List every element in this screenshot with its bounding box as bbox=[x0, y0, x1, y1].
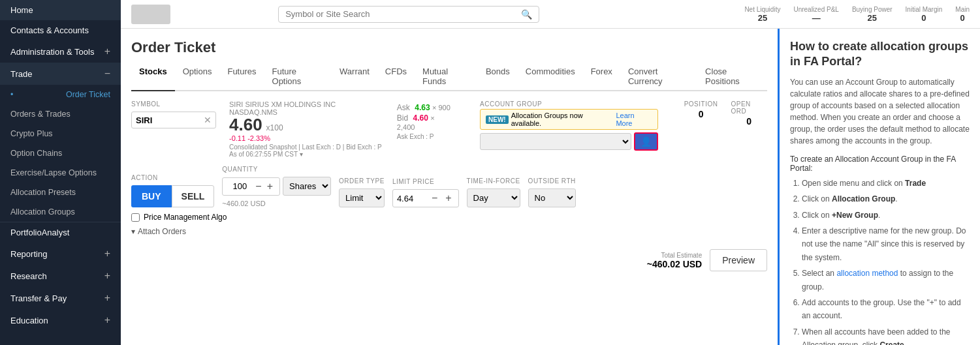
open-orders-item: Open Ord 0 bbox=[731, 100, 767, 127]
sidebar-item-label: Education bbox=[10, 316, 48, 325]
sidebar-item-portfolio-analyst[interactable]: PortfolioAnalyst bbox=[0, 222, 121, 243]
tab-forex[interactable]: Forex bbox=[583, 63, 620, 91]
order-tabs: Stocks Options Futures Future Options Wa… bbox=[131, 63, 767, 91]
preview-button[interactable]: Preview bbox=[710, 249, 767, 271]
tab-stocks[interactable]: Stocks bbox=[131, 63, 175, 91]
search-input[interactable] bbox=[285, 9, 521, 19]
sidebar-item-crypto-plus[interactable]: Crypto Plus bbox=[0, 124, 121, 143]
limit-price-decrease-button[interactable]: − bbox=[429, 192, 440, 204]
action-buttons: BUY SELL bbox=[131, 185, 214, 207]
sidebar-item-order-ticket[interactable]: Order Ticket bbox=[0, 85, 121, 104]
bid-row: Bid 4.60 × 2,400 bbox=[397, 113, 454, 132]
sidebar-item-trade[interactable]: Trade − bbox=[0, 63, 121, 85]
current-price: 4.60 bbox=[229, 116, 262, 133]
help-step-item: Click on +New Group. bbox=[802, 209, 970, 222]
tab-mutual-funds[interactable]: Mutual Funds bbox=[415, 63, 478, 91]
help-step-item: Add accounts to the group. Use the "+" t… bbox=[802, 296, 970, 323]
sidebar-item-admin[interactable]: Administration & Tools + bbox=[0, 40, 121, 63]
help-title: How to create allocation groups in FA Po… bbox=[790, 39, 970, 70]
tab-bonds[interactable]: Bonds bbox=[478, 63, 518, 91]
sidebar-item-research[interactable]: Research + bbox=[0, 265, 121, 287]
account-group-icon-button[interactable]: 👤 bbox=[634, 132, 658, 151]
position-item: Position 0 bbox=[684, 100, 718, 127]
price-details: Consolidated Snapshot | Last Exch : D | … bbox=[229, 143, 384, 158]
metric-initial-margin: Initial Margin 0 bbox=[906, 6, 943, 23]
symbol-row: SYMBOL ✕ SIRI SIRIUS XM HOLDINGS INC NAS… bbox=[131, 100, 767, 158]
account-group-banner: NEW! Allocation Groups now available. Le… bbox=[480, 109, 658, 130]
outside-rth-select[interactable]: No bbox=[528, 188, 576, 207]
tab-future-options[interactable]: Future Options bbox=[264, 63, 332, 91]
plus-icon: + bbox=[104, 46, 110, 57]
sidebar-item-reporting[interactable]: Reporting + bbox=[0, 243, 121, 265]
sidebar-item-exercise-lapse[interactable]: Exercise/Lapse Options bbox=[0, 163, 121, 183]
symbol-label: SYMBOL bbox=[131, 100, 216, 108]
sidebar-item-home[interactable]: Home bbox=[0, 0, 121, 20]
sidebar-item-education[interactable]: Education + bbox=[0, 309, 121, 331]
sidebar-item-label: Contacts & Accounts bbox=[10, 25, 89, 35]
tab-futures[interactable]: Futures bbox=[219, 63, 264, 91]
tif-select[interactable]: Day bbox=[467, 188, 520, 207]
symbol-full-name: SIRI SIRIUS XM HOLDINGS INC NASDAQ.NMS bbox=[229, 100, 384, 116]
clear-symbol-button[interactable]: ✕ bbox=[204, 115, 212, 125]
buy-button[interactable]: BUY bbox=[131, 185, 172, 207]
help-steps-list: Open side menu and click on TradeClick o… bbox=[790, 177, 970, 345]
tab-options[interactable]: Options bbox=[175, 63, 220, 91]
metric-net-liquidity: Net Liquidity 25 bbox=[744, 6, 780, 23]
sidebar-item-label: Transfer & Pay bbox=[10, 293, 67, 303]
total-estimate: Total Estimate ~460.02 USD bbox=[647, 252, 702, 269]
quantity-increase-button[interactable]: + bbox=[264, 181, 276, 192]
action-column: ACTION BUY SELL bbox=[131, 174, 214, 207]
bid-value: 4.60 bbox=[413, 113, 428, 123]
sell-button[interactable]: SELL bbox=[172, 185, 215, 207]
limit-price-label: LIMIT PRICE bbox=[392, 178, 459, 185]
pm-algo-label: Price Management Algo bbox=[144, 213, 227, 222]
order-type-column: ORDER TYPE Limit bbox=[339, 177, 385, 207]
order-type-select[interactable]: Limit bbox=[339, 188, 385, 207]
symbol-input[interactable] bbox=[136, 115, 204, 125]
metric-buying-power: Buying Power 25 bbox=[852, 6, 893, 23]
quantity-decrease-button[interactable]: − bbox=[253, 181, 264, 192]
account-group-select[interactable] bbox=[480, 133, 631, 150]
sidebar-item-allocation-groups[interactable]: Allocation Groups bbox=[0, 202, 121, 222]
tif-column: TIME-IN-FORCE Day bbox=[467, 177, 520, 207]
learn-more-link[interactable]: Learn More bbox=[616, 112, 652, 127]
help-step-item: Click on Allocation Group. bbox=[802, 192, 970, 205]
order-type-label: ORDER TYPE bbox=[339, 177, 385, 185]
sidebar-item-contacts[interactable]: Contacts & Accounts bbox=[0, 20, 121, 40]
order-footer: Total Estimate ~460.02 USD Preview bbox=[131, 244, 767, 271]
metrics-bar: Net Liquidity 25 Unrealized P&L — Buying… bbox=[744, 6, 970, 23]
main-area: 🔍 Net Liquidity 25 Unrealized P&L — Buyi… bbox=[121, 0, 980, 345]
limit-price-value: 4.64 bbox=[397, 194, 426, 203]
plus-icon: + bbox=[104, 270, 110, 282]
quantity-value: 100 bbox=[227, 181, 253, 191]
account-group-column: ACCOUNT GROUP NEW! Allocation Groups now… bbox=[480, 100, 658, 151]
sidebar-item-option-chains[interactable]: Option Chains bbox=[0, 143, 121, 163]
sidebar-item-label: Option Chains bbox=[10, 149, 62, 158]
limit-price-increase-button[interactable]: + bbox=[443, 192, 454, 204]
help-step-item: When all accounts have been added to the… bbox=[802, 325, 970, 345]
help-steps: To create an Allocation Account Group in… bbox=[790, 155, 970, 345]
tab-close-positions[interactable]: Close Positions bbox=[697, 63, 767, 91]
sidebar-item-label: Orders & Trades bbox=[10, 110, 71, 119]
attach-orders-button[interactable]: ▾ Attach Orders bbox=[131, 227, 767, 236]
topbar: 🔍 Net Liquidity 25 Unrealized P&L — Buyi… bbox=[121, 0, 980, 29]
sidebar-item-label: Allocation Groups bbox=[10, 207, 75, 217]
shares-select[interactable]: Shares bbox=[283, 177, 331, 196]
sidebar-item-transfer-pay[interactable]: Transfer & Pay + bbox=[0, 287, 121, 309]
help-step-item: Open side menu and click on Trade bbox=[802, 177, 970, 190]
plus-icon: + bbox=[104, 292, 110, 304]
tab-cfds[interactable]: CFDs bbox=[377, 63, 415, 91]
order-area: Order Ticket Stocks Options Futures Futu… bbox=[121, 29, 778, 345]
search-bar[interactable]: 🔍 bbox=[278, 6, 539, 23]
sidebar-item-label: Trade bbox=[10, 69, 32, 79]
sidebar-item-label: Reporting bbox=[10, 249, 47, 259]
sidebar-item-allocation-presets[interactable]: Allocation Presets bbox=[0, 183, 121, 202]
tab-warrant[interactable]: Warrant bbox=[332, 63, 377, 91]
account-group-row: 👤 bbox=[480, 132, 658, 151]
page-title: Order Ticket bbox=[131, 39, 767, 56]
pm-algo-checkbox[interactable] bbox=[131, 213, 140, 222]
tab-convert-currency[interactable]: Convert Currency bbox=[620, 63, 697, 91]
sidebar-item-orders-trades[interactable]: Orders & Trades bbox=[0, 104, 121, 124]
tab-commodities[interactable]: Commodities bbox=[518, 63, 583, 91]
tif-label: TIME-IN-FORCE bbox=[467, 177, 520, 185]
